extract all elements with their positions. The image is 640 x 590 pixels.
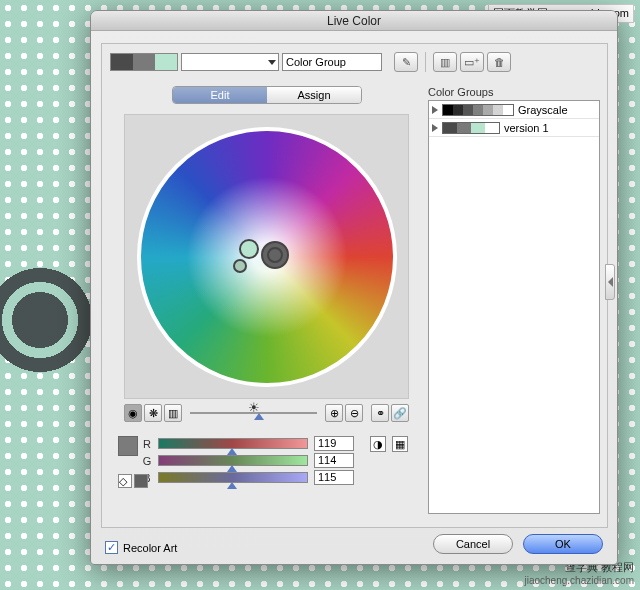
live-color-dialog: Live Color Color Group ✎ ▥ ▭⁺ 🗑 Edit Ass… [90,10,618,565]
smooth-wheel-button[interactable]: ◉ [124,404,142,422]
unlink-icon: ⚭ [376,407,385,420]
segmented-wheel-icon: ❋ [149,407,158,420]
color-wheel-area [124,114,409,399]
new-folder-icon: ▭⁺ [464,56,480,69]
b-row: B 115 [142,470,354,485]
color-mode-buttons: ◑ ▦ [370,436,408,452]
r-slider[interactable] [158,438,308,449]
color-groups-label: Color Groups [428,86,600,98]
top-row: Color Group ✎ ▥ ▭⁺ 🗑 [110,52,511,72]
out-of-gamut-controls: ◇ [118,474,148,488]
r-thumb[interactable] [227,448,237,455]
edit-group-button[interactable]: ✎ [394,52,418,72]
chevron-down-icon [268,60,276,65]
dialog-panel: Color Group ✎ ▥ ▭⁺ 🗑 Edit Assign ◉ ❋ ▥ ☀ [101,43,608,528]
mode-tabs: Edit Assign [172,86,362,104]
ok-button[interactable]: OK [523,534,603,554]
r-label: R [142,438,152,450]
disclosure-triangle-icon[interactable] [432,124,438,132]
trash-icon: 🗑 [494,56,505,68]
color-bars-button[interactable]: ▥ [164,404,182,422]
color-marker-3[interactable] [233,259,247,273]
link-icon: 🔗 [393,407,407,420]
active-colors-swatch[interactable] [110,53,178,71]
group-name: Grayscale [518,104,568,116]
recolor-art-option[interactable]: ✓ Recolor Art [105,541,177,554]
color-marker-2[interactable] [239,239,259,259]
unlink-harmony-button[interactable]: ⚭ [371,404,389,422]
harmony-dropdown[interactable] [181,53,279,71]
rgb-sliders: R 119 G 114 B 115 [142,436,354,487]
r-value-input[interactable]: 119 [314,436,354,451]
color-mode-flyout[interactable]: ◑ [370,436,386,452]
add-color-button[interactable]: ⊕ [325,404,343,422]
b-thumb[interactable] [227,482,237,489]
recolor-label: Recolor Art [123,542,177,554]
g-label: G [142,455,152,467]
g-row: G 114 [142,453,354,468]
current-color-swatch[interactable] [118,436,138,456]
color-group-name-input[interactable]: Color Group [282,53,382,71]
limit-to-library[interactable]: ▦ [392,436,408,452]
color-group-row[interactable]: Grayscale [429,101,599,119]
group-swatches [442,104,514,116]
out-of-gamut-swatch[interactable] [134,474,148,488]
group-name: version 1 [504,122,549,134]
bars-icon: ▥ [168,407,178,420]
b-slider[interactable] [158,472,308,483]
color-group-row[interactable]: version 1 [429,119,599,137]
save-icon: ▥ [440,56,450,69]
slider-thumb[interactable] [254,413,264,420]
add-color-icon: ⊕ [330,407,339,420]
recolor-checkbox[interactable]: ✓ [105,541,118,554]
swatch-1 [111,54,133,70]
save-group-button[interactable]: ▥ [433,52,457,72]
separator [425,52,426,72]
wheel-toolbar: ◉ ❋ ▥ ☀ ⊕ ⊖ ⚭ 🔗 [124,404,409,422]
swatch-3 [155,54,177,70]
b-value-input[interactable]: 115 [314,470,354,485]
g-slider[interactable] [158,455,308,466]
brightness-slider[interactable]: ☀ [190,404,317,422]
pencil-icon: ✎ [402,56,411,69]
tab-assign[interactable]: Assign [267,87,361,103]
group-swatches [442,122,500,134]
out-of-web-icon[interactable]: ◇ [118,474,132,488]
disclosure-triangle-icon[interactable] [432,106,438,114]
r-row: R 119 [142,436,354,451]
dialog-buttons: Cancel OK [433,534,603,554]
g-value-input[interactable]: 114 [314,453,354,468]
color-mode-icon: ◑ [373,438,383,451]
remove-color-icon: ⊖ [350,407,359,420]
panel-collapse-handle[interactable] [605,264,615,300]
new-group-button[interactable]: ▭⁺ [460,52,484,72]
color-marker-base[interactable] [261,241,289,269]
watermark-bottom-sub: jiaocheng.chazidian.com [524,575,634,586]
dialog-title[interactable]: Live Color [91,11,617,31]
color-groups-panel: Color Groups Grayscale version 1 [428,86,600,516]
segmented-wheel-button[interactable]: ❋ [144,404,162,422]
smooth-wheel-icon: ◉ [128,407,138,420]
delete-group-button[interactable]: 🗑 [487,52,511,72]
cancel-button[interactable]: Cancel [433,534,513,554]
color-groups-list[interactable]: Grayscale version 1 [428,100,600,514]
remove-color-button[interactable]: ⊖ [345,404,363,422]
swatch-2 [133,54,155,70]
link-harmony-button[interactable]: 🔗 [391,404,409,422]
g-thumb[interactable] [227,465,237,472]
swatch-grid-icon: ▦ [395,438,405,451]
tab-edit[interactable]: Edit [173,87,267,103]
